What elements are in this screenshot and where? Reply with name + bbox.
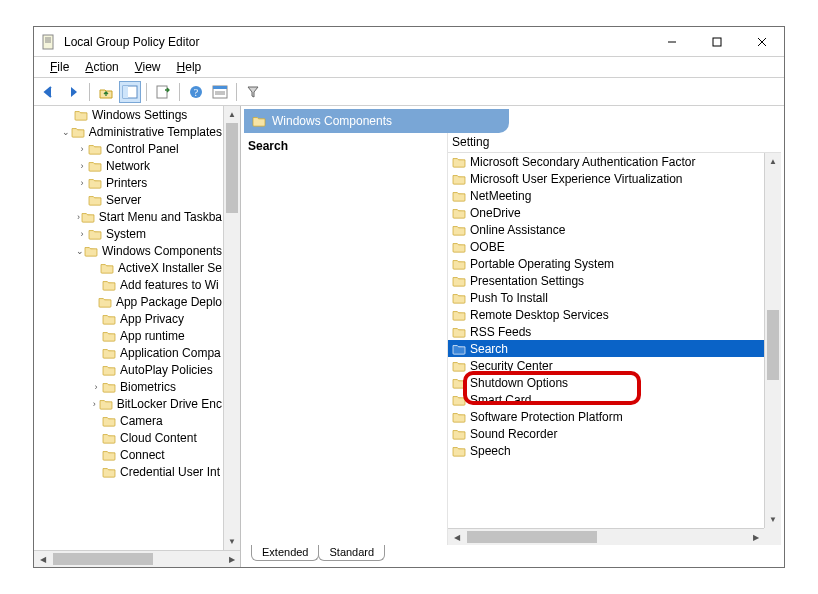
list-item[interactable]: Push To Install bbox=[448, 289, 764, 306]
tree-vertical-scrollbar[interactable]: ▲ ▼ bbox=[223, 106, 240, 550]
tree-item-label: Credential User Int bbox=[120, 465, 220, 479]
minimize-button[interactable] bbox=[649, 27, 694, 56]
scroll-up-icon[interactable]: ▲ bbox=[224, 106, 240, 123]
tab-extended[interactable]: Extended bbox=[251, 545, 319, 561]
expand-icon[interactable]: › bbox=[76, 229, 88, 239]
folder-icon bbox=[452, 394, 466, 406]
tree-item[interactable]: Application Compa bbox=[34, 344, 222, 361]
tree-scroll[interactable]: Windows Settings⌄ Administrative Templat… bbox=[34, 106, 240, 550]
collapse-icon[interactable]: ⌄ bbox=[62, 127, 71, 137]
expand-icon[interactable]: › bbox=[76, 161, 88, 171]
list-item[interactable]: Online Assistance bbox=[448, 221, 764, 238]
list-scroll[interactable]: Microsoft Secondary Authentication Facto… bbox=[448, 153, 781, 528]
list-item-label: Sound Recorder bbox=[470, 427, 557, 441]
tree-pane: Windows Settings⌄ Administrative Templat… bbox=[34, 106, 241, 567]
toolbar: ? bbox=[34, 78, 784, 106]
scroll-left-icon[interactable]: ◀ bbox=[34, 551, 51, 568]
scroll-up-icon[interactable]: ▲ bbox=[765, 153, 781, 170]
list-horizontal-scrollbar[interactable]: ◀ ▶ bbox=[448, 528, 764, 545]
list-item[interactable]: NetMeeting bbox=[448, 187, 764, 204]
list-item[interactable]: Portable Operating System bbox=[448, 255, 764, 272]
content-header-title: Windows Components bbox=[272, 114, 392, 128]
scroll-thumb[interactable] bbox=[767, 310, 779, 380]
tree-item-label: ActiveX Installer Se bbox=[118, 261, 222, 275]
list-item[interactable]: Smart Card bbox=[448, 391, 764, 408]
scroll-right-icon[interactable]: ▶ bbox=[747, 529, 764, 546]
folder-icon bbox=[452, 190, 466, 202]
list-item[interactable]: OneDrive bbox=[448, 204, 764, 221]
help-button[interactable]: ? bbox=[185, 81, 207, 103]
scroll-right-icon[interactable]: ▶ bbox=[223, 551, 240, 568]
properties-button[interactable] bbox=[209, 81, 231, 103]
tree-item[interactable]: › Biometrics bbox=[34, 378, 222, 395]
column-header-setting[interactable]: Setting bbox=[448, 133, 781, 153]
tree-item[interactable]: Camera bbox=[34, 412, 222, 429]
expand-icon[interactable]: › bbox=[76, 144, 88, 154]
folder-icon bbox=[452, 241, 466, 253]
scroll-down-icon[interactable]: ▼ bbox=[224, 533, 240, 550]
list-item[interactable]: Shutdown Options bbox=[448, 374, 764, 391]
tree-item[interactable]: › Network bbox=[34, 157, 222, 174]
tree-horizontal-scrollbar[interactable]: ◀ ▶ bbox=[34, 550, 240, 567]
tree-item[interactable]: AutoPlay Policies bbox=[34, 361, 222, 378]
filter-button[interactable] bbox=[242, 81, 264, 103]
tree-item[interactable]: Add features to Wi bbox=[34, 276, 222, 293]
tree-item-label: Printers bbox=[106, 176, 147, 190]
scroll-corner bbox=[764, 528, 781, 545]
tree-item[interactable]: Cloud Content bbox=[34, 429, 222, 446]
scroll-thumb[interactable] bbox=[53, 553, 153, 565]
expand-icon[interactable]: › bbox=[76, 178, 88, 188]
tree-item[interactable]: › System bbox=[34, 225, 222, 242]
menu-file[interactable]: File bbox=[42, 58, 77, 76]
list-item[interactable]: Software Protection Platform bbox=[448, 408, 764, 425]
svg-text:?: ? bbox=[194, 87, 199, 98]
forward-button[interactable] bbox=[62, 81, 84, 103]
collapse-icon[interactable]: ⌄ bbox=[76, 246, 84, 256]
tree-item[interactable]: Connect bbox=[34, 446, 222, 463]
export-button[interactable] bbox=[152, 81, 174, 103]
back-button[interactable] bbox=[38, 81, 60, 103]
separator bbox=[146, 83, 147, 101]
tree-item[interactable]: › Start Menu and Taskba bbox=[34, 208, 222, 225]
tree-item[interactable]: Server bbox=[34, 191, 222, 208]
show-tree-button[interactable] bbox=[119, 81, 141, 103]
separator bbox=[89, 83, 90, 101]
scroll-down-icon[interactable]: ▼ bbox=[765, 511, 781, 528]
scroll-thumb[interactable] bbox=[467, 531, 597, 543]
list-item[interactable]: Security Center bbox=[448, 357, 764, 374]
tree-item[interactable]: › BitLocker Drive Enc bbox=[34, 395, 222, 412]
scroll-thumb[interactable] bbox=[226, 123, 238, 213]
up-button[interactable] bbox=[95, 81, 117, 103]
list-item[interactable]: Search bbox=[448, 340, 764, 357]
tab-standard[interactable]: Standard bbox=[318, 545, 385, 561]
list-item[interactable]: Speech bbox=[448, 442, 764, 459]
list-item[interactable]: Remote Desktop Services bbox=[448, 306, 764, 323]
list-item[interactable]: RSS Feeds bbox=[448, 323, 764, 340]
tree-item[interactable]: ActiveX Installer Se bbox=[34, 259, 222, 276]
tree-item[interactable]: App Privacy bbox=[34, 310, 222, 327]
menu-action[interactable]: Action bbox=[77, 58, 126, 76]
folder-icon bbox=[88, 194, 102, 206]
list-item[interactable]: OOBE bbox=[448, 238, 764, 255]
scroll-left-icon[interactable]: ◀ bbox=[448, 529, 465, 546]
list-item[interactable]: Sound Recorder bbox=[448, 425, 764, 442]
list-item[interactable]: Presentation Settings bbox=[448, 272, 764, 289]
window-title: Local Group Policy Editor bbox=[62, 35, 649, 49]
tree-item[interactable]: Windows Settings bbox=[34, 106, 222, 123]
tree-item[interactable]: ⌄ Windows Components bbox=[34, 242, 222, 259]
list-item[interactable]: Microsoft User Experience Virtualization bbox=[448, 170, 764, 187]
tree-item[interactable]: App runtime bbox=[34, 327, 222, 344]
tree-item[interactable]: › Printers bbox=[34, 174, 222, 191]
list-item[interactable]: Microsoft Secondary Authentication Facto… bbox=[448, 153, 764, 170]
tree-item[interactable]: Credential User Int bbox=[34, 463, 222, 480]
tree-item[interactable]: ⌄ Administrative Templates bbox=[34, 123, 222, 140]
tree-item[interactable]: › Control Panel bbox=[34, 140, 222, 157]
maximize-button[interactable] bbox=[694, 27, 739, 56]
menu-help[interactable]: Help bbox=[169, 58, 210, 76]
expand-icon[interactable]: › bbox=[90, 382, 102, 392]
close-button[interactable] bbox=[739, 27, 784, 56]
tree-item[interactable]: App Package Deplo bbox=[34, 293, 222, 310]
expand-icon[interactable]: › bbox=[90, 399, 99, 409]
menu-view[interactable]: View bbox=[127, 58, 169, 76]
list-vertical-scrollbar[interactable]: ▲ ▼ bbox=[764, 153, 781, 528]
